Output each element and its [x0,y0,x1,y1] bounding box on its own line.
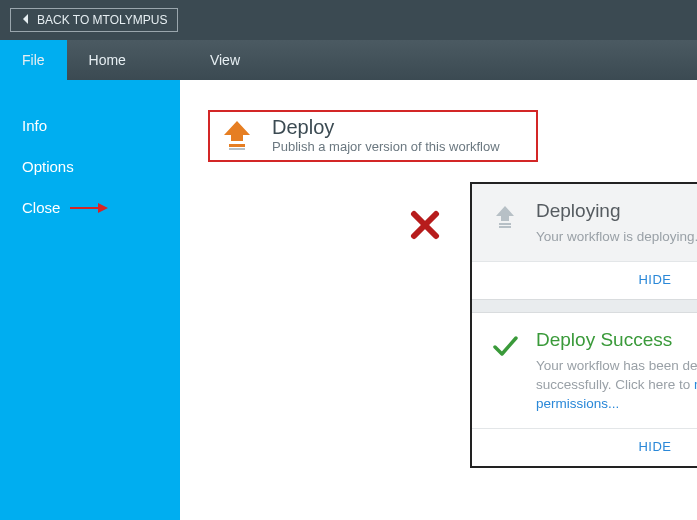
panel-deploying: Deploying Your workflow is deploying. [472,184,697,261]
checkmark-icon [492,333,518,359]
sidebar-item-close[interactable]: Close [0,187,180,228]
upload-arrow-icon [220,118,254,152]
back-button-label: BACK TO MTOLYMPUS [37,13,167,27]
panel-success: Deploy Success Your workflow has been de… [472,313,697,428]
tab-label: Home [89,52,126,68]
tab-view[interactable]: View [188,40,262,80]
tabs-row: File Home View [0,40,697,80]
upload-arrow-muted-icon [492,204,518,230]
sidebar-item-label: Info [22,117,47,134]
annotation-x-icon [410,210,440,244]
success-title: Deploy Success [536,329,697,351]
svg-rect-6 [499,223,511,225]
content-area: Deploy Publish a major version of this w… [180,80,697,520]
hide-button-deploying[interactable]: HIDE [472,261,697,299]
success-body: Your workflow has been deployed successf… [536,357,697,414]
svg-rect-7 [499,226,511,228]
chevron-left-icon [21,13,31,27]
sidebar-item-options[interactable]: Options [0,146,180,187]
app-header: BACK TO MTOLYMPUS File Home View [0,0,697,80]
hide-button-success[interactable]: HIDE [472,428,697,466]
deploy-action[interactable]: Deploy Publish a major version of this w… [208,110,538,162]
deploy-title: Deploy [272,116,500,139]
deploying-title: Deploying [536,200,697,222]
annotation-arrow-right-icon [70,201,108,215]
hide-label: HIDE [638,272,671,287]
sidebar: Info Options Close [0,80,180,520]
sidebar-item-label: Close [22,199,60,216]
svg-rect-1 [229,144,245,147]
tab-label: View [210,52,240,68]
svg-rect-2 [229,148,245,150]
back-button[interactable]: BACK TO MTOLYMPUS [10,8,178,32]
success-body-text: Your workflow has been deployed successf… [536,358,697,392]
hide-label: HIDE [638,439,671,454]
deploy-subtitle: Publish a major version of this workflow [272,139,500,154]
sidebar-item-info[interactable]: Info [0,105,180,146]
tab-label: File [22,52,45,68]
tab-file[interactable]: File [0,40,67,80]
sidebar-item-label: Options [22,158,74,175]
deploying-body: Your workflow is deploying. [536,228,697,247]
tab-home[interactable]: Home [67,40,148,80]
status-panel: Deploying Your workflow is deploying. HI… [470,182,697,468]
panel-divider [472,299,697,313]
